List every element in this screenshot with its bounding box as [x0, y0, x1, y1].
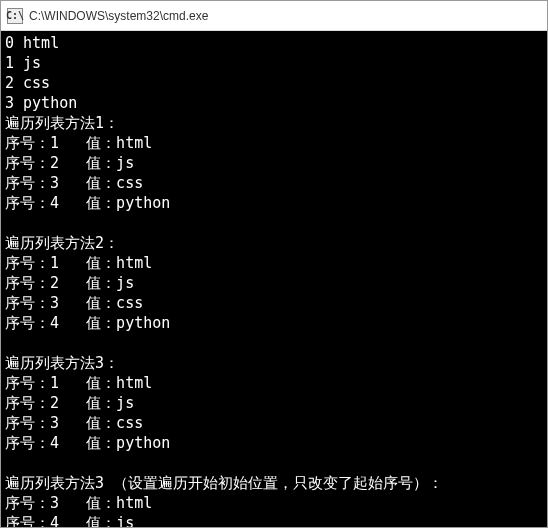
- section-header: 遍历列表方法1：: [5, 114, 119, 132]
- output-line: 1 js: [5, 54, 41, 72]
- cmd-window: C:\ C:\WINDOWS\system32\cmd.exe 0 html 1…: [0, 0, 548, 528]
- output-line: 序号：3 值：css: [5, 174, 143, 192]
- section-header: 遍历列表方法3 （设置遍历开始初始位置，只改变了起始序号）：: [5, 474, 443, 492]
- output-line: 序号：1 值：html: [5, 134, 152, 152]
- output-line: 序号：2 值：js: [5, 394, 134, 412]
- output-line: 序号：3 值：css: [5, 414, 143, 432]
- terminal-output[interactable]: 0 html 1 js 2 css 3 python 遍历列表方法1： 序号：1…: [1, 31, 547, 527]
- output-line: 序号：3 值：html: [5, 494, 152, 512]
- output-line: 序号：2 值：js: [5, 154, 134, 172]
- titlebar[interactable]: C:\ C:\WINDOWS\system32\cmd.exe: [1, 1, 547, 31]
- section-header: 遍历列表方法3：: [5, 354, 119, 372]
- output-line: 序号：4 值：python: [5, 314, 170, 332]
- output-line: 0 html: [5, 34, 59, 52]
- window-title: C:\WINDOWS\system32\cmd.exe: [29, 9, 208, 23]
- output-line: 3 python: [5, 94, 77, 112]
- output-line: 序号：1 值：html: [5, 374, 152, 392]
- output-line: 序号：1 值：html: [5, 254, 152, 272]
- output-line: 序号：4 值：python: [5, 434, 170, 452]
- output-line: 序号：3 值：css: [5, 294, 143, 312]
- output-line: 序号：2 值：js: [5, 274, 134, 292]
- cmd-icon: C:\: [7, 8, 23, 24]
- output-line: 2 css: [5, 74, 50, 92]
- section-header: 遍历列表方法2：: [5, 234, 119, 252]
- output-line: 序号：4 值：python: [5, 194, 170, 212]
- output-line: 序号：4 值：js: [5, 514, 134, 527]
